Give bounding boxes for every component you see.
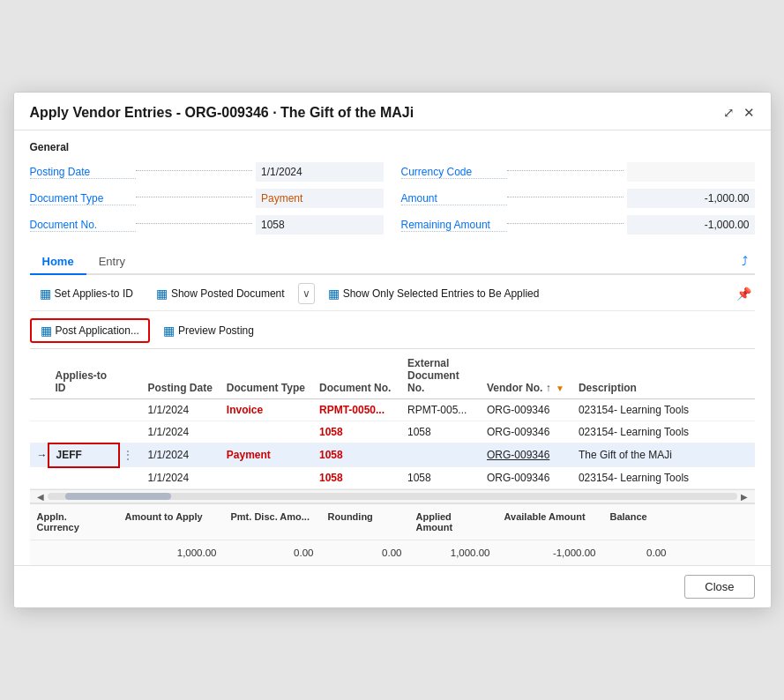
summary-header-1: Amount to Apply <box>118 508 224 536</box>
show-only-selected-button[interactable]: ▦ Show Only Selected Entries to Be Appli… <box>318 282 549 305</box>
expand-icon[interactable]: ⤢ <box>723 105 735 121</box>
post-application-label: Post Application... <box>56 324 139 337</box>
posting-date-value: 1/1/2024 <box>256 162 384 182</box>
show-only-icon: ▦ <box>328 287 340 301</box>
col-posting-date[interactable]: Posting Date <box>141 353 220 399</box>
posting-date-row: Posting Date 1/1/2024 <box>30 160 384 183</box>
col-dots <box>119 353 141 399</box>
modal-footer: Close <box>14 565 771 607</box>
horizontal-scrollbar[interactable]: ◀ ▶ <box>30 489 755 503</box>
col-arrow <box>30 353 49 399</box>
summary-header-2: Pmt. Disc. Amo... <box>224 508 321 536</box>
col-document-no[interactable]: Document No. <box>312 353 400 399</box>
summary-header-4: Applied Amount <box>409 508 497 536</box>
scroll-right-arrow[interactable]: ▶ <box>737 492 751 502</box>
entries-table: Applies-toID Posting Date Document Type … <box>30 353 755 489</box>
col-applies-to-id: Applies-toID <box>49 353 119 399</box>
row-applies-to-id <box>49 421 119 443</box>
summary-values: 1,000.000.000.001,000.00-1,000.000.00 <box>30 540 755 565</box>
modal-header: Apply Vendor Entries - ORG-009346 · The … <box>14 93 771 130</box>
row-external-doc-no: RPMT-005... <box>400 399 480 421</box>
preview-posting-button[interactable]: ▦ Preview Posting <box>153 319 264 342</box>
set-applies-to-id-button[interactable]: ▦ Set Applies-to ID <box>30 282 143 305</box>
summary-value-0 <box>30 544 118 562</box>
close-button[interactable]: Close <box>684 575 754 599</box>
tab-entry[interactable]: Entry <box>86 249 138 275</box>
row-description: 023154- Learning Tools <box>571 399 755 421</box>
row-document-type <box>220 421 312 443</box>
summary-value-4: 1,000.00 <box>409 544 497 562</box>
remaining-amount-row: Remaining Amount -1,000.00 <box>401 213 755 236</box>
table-row[interactable]: 1/1/2024 1058 1058 ORG-009346 023154- Le… <box>30 421 755 443</box>
summary-section: Appln. CurrencyAmount to ApplyPmt. Disc.… <box>30 503 755 565</box>
row-vendor-no: ORG-009346 <box>480 399 571 421</box>
show-posted-icon: ▦ <box>156 287 168 301</box>
col-description[interactable]: Description <box>571 353 755 399</box>
row-external-doc-no: 1058 <box>400 467 480 489</box>
row-external-doc-no <box>400 443 480 467</box>
row-document-no: RPMT-0050... <box>312 399 400 421</box>
document-no-label[interactable]: Document No. <box>30 219 136 232</box>
row-posting-date: 1/1/2024 <box>141 467 220 489</box>
table-row[interactable]: 1/1/2024 Invoice RPMT-0050... RPMT-005..… <box>30 399 755 421</box>
row-description: The Gift of the MAJi <box>571 443 755 467</box>
row-vendor-no: ORG-009346 <box>480 421 571 443</box>
tab-home[interactable]: Home <box>30 249 86 275</box>
fields-grid: Posting Date 1/1/2024 Currency Code Docu… <box>30 160 755 236</box>
document-no-row: Document No. 1058 <box>30 213 384 236</box>
row-document-no: 1058 <box>312 467 400 489</box>
document-type-value: Payment <box>256 189 384 208</box>
summary-header-6: Balance <box>603 508 674 536</box>
row-vendor-no: ORG-009346 <box>480 443 571 467</box>
col-external-doc-no[interactable]: ExternalDocumentNo. <box>400 353 480 399</box>
modal-title: Apply Vendor Entries - ORG-009346 · The … <box>30 105 414 121</box>
post-application-button[interactable]: ▦ Post Application... <box>30 318 150 343</box>
row-posting-date: 1/1/2024 <box>141 399 220 421</box>
amount-label[interactable]: Amount <box>401 192 507 205</box>
set-applies-icon: ▦ <box>40 287 51 301</box>
scroll-left-arrow[interactable]: ◀ <box>34 492 48 502</box>
table-row[interactable]: 1/1/2024 1058 1058 ORG-009346 023154- Le… <box>30 467 755 489</box>
show-only-label: Show Only Selected Entries to Be Applied <box>343 287 540 300</box>
pin-icon[interactable]: 📌 <box>733 283 755 304</box>
row-dots[interactable] <box>119 421 141 443</box>
scrollbar-thumb[interactable] <box>65 493 171 500</box>
summary-header-0: Appln. Currency <box>30 508 118 536</box>
row-vendor-no: ORG-009346 <box>480 467 571 489</box>
row-document-type <box>220 467 312 489</box>
summary-value-3: 0.00 <box>321 544 409 562</box>
preview-posting-label: Preview Posting <box>178 324 254 337</box>
row-external-doc-no: 1058 <box>400 421 480 443</box>
toolbar-row1: ▦ Set Applies-to ID ▦ Show Posted Docume… <box>30 275 755 311</box>
apply-vendor-entries-modal: Apply Vendor Entries - ORG-009346 · The … <box>13 92 772 608</box>
row-description: 023154- Learning Tools <box>571 421 755 443</box>
table-row[interactable]: → JEFF ⋮ 1/1/2024 Payment 1058 ORG-00934… <box>30 443 755 467</box>
row-description: 023154- Learning Tools <box>571 467 755 489</box>
row-document-type: Invoice <box>220 399 312 421</box>
row-applies-to-id <box>49 399 119 421</box>
show-posted-document-button[interactable]: ▦ Show Posted Document <box>146 282 295 305</box>
row-arrow <box>30 399 49 421</box>
document-type-label[interactable]: Document Type <box>30 192 136 205</box>
row-dots[interactable] <box>119 467 141 489</box>
currency-code-label[interactable]: Currency Code <box>401 166 507 179</box>
currency-code-row: Currency Code <box>401 160 755 183</box>
posting-date-label[interactable]: Posting Date <box>30 166 136 179</box>
row-dots[interactable]: ⋮ <box>119 443 141 467</box>
amount-value: -1,000.00 <box>627 189 755 208</box>
row-posting-date: 1/1/2024 <box>141 421 220 443</box>
col-vendor-no[interactable]: Vendor No. ↑ ▼ <box>480 353 571 399</box>
summary-headers: Appln. CurrencyAmount to ApplyPmt. Disc.… <box>30 504 755 540</box>
row-arrow <box>30 421 49 443</box>
close-icon[interactable]: ✕ <box>743 105 755 121</box>
remaining-amount-label[interactable]: Remaining Amount <box>401 219 507 232</box>
col-document-type[interactable]: Document Type <box>220 353 312 399</box>
document-type-row: Document Type Payment <box>30 187 384 210</box>
row-applies-to-id: JEFF <box>49 443 119 467</box>
row-document-no: 1058 <box>312 443 400 467</box>
dropdown-arrow-button[interactable]: ∨ <box>298 283 315 304</box>
share-icon[interactable]: ⤴ <box>735 249 755 273</box>
scrollbar-track[interactable] <box>48 493 737 500</box>
preview-icon: ▦ <box>163 324 175 338</box>
row-dots[interactable] <box>119 399 141 421</box>
